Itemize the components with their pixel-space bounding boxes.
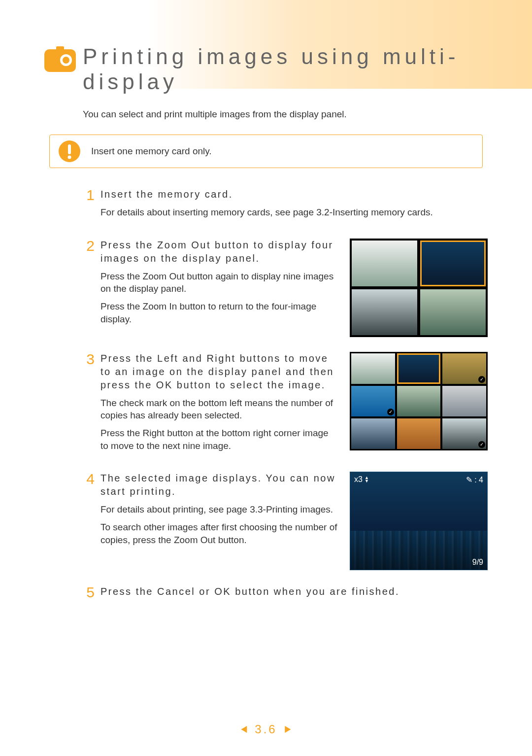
step-detail: To search other images after first choos…: [100, 521, 338, 546]
step-number: 4: [83, 472, 95, 486]
warning-icon: [59, 140, 80, 162]
thumbnail: ✓: [351, 386, 395, 416]
step-detail: Press the Right button at the bottom rig…: [100, 427, 338, 452]
figure-nine-image-grid: ✓ ✓ ✓: [350, 352, 488, 450]
copies-label: x3: [354, 475, 363, 484]
thumbnail: ✓: [442, 418, 486, 449]
step-title: The selected image displays. You can now…: [100, 472, 338, 498]
step-detail: Press the Zoom In button to return to th…: [100, 300, 338, 325]
step-2: 2 Press the Zoom Out button to display f…: [83, 239, 488, 337]
svg-point-3: [63, 57, 69, 64]
step-detail: The check mark on the bottom left means …: [100, 397, 338, 422]
thumbnail: [397, 418, 441, 449]
intro-text: You can select and print multiple images…: [83, 109, 488, 120]
step-3: 3 Press the Left and Right buttons to mo…: [83, 352, 488, 457]
svg-marker-7: [241, 726, 247, 733]
step-number: 5: [83, 585, 95, 600]
page-title: Printing images using multi-display: [83, 44, 488, 94]
check-icon: ✓: [478, 376, 485, 383]
step-5: 5 Press the Cancel or OK button when you…: [83, 585, 488, 603]
image-position: 9/9: [472, 558, 483, 567]
page-number: 3.6: [240, 722, 292, 736]
step-detail: For details about inserting memory cards…: [100, 206, 488, 219]
print-count: : 4: [474, 476, 483, 484]
thumbnail: [351, 353, 395, 384]
arrow-right-icon: [283, 725, 292, 734]
svg-rect-5: [68, 144, 71, 154]
thumbnail: [397, 386, 441, 416]
steps-list: 1 Insert the memory card. For details ab…: [83, 188, 488, 603]
page-number-text: 3.6: [255, 722, 277, 736]
check-icon: ✓: [387, 409, 394, 415]
step-title: Press the Zoom Out button to display fou…: [100, 239, 338, 265]
thumbnail: [352, 289, 417, 335]
thumbnail: [352, 241, 417, 286]
step-4: 4 The selected image displays. You can n…: [83, 472, 488, 570]
step-number: 2: [83, 239, 95, 253]
thumbnail: ✓: [442, 353, 486, 384]
thumbnail-selected: [397, 353, 441, 384]
step-detail: For details about printing, see page 3.3…: [100, 503, 338, 516]
thumbnail: [442, 386, 486, 416]
step-title: Press the Left and Right buttons to move…: [100, 352, 338, 392]
print-icon: ✎: [466, 475, 472, 484]
step-title: Insert the memory card.: [100, 188, 488, 201]
warning-text: Insert one memory card only.: [91, 146, 468, 157]
figure-selected-image-preview: x3 ▲▼ ✎ : 4 9/9: [350, 472, 488, 570]
svg-point-6: [68, 156, 71, 159]
thumbnail: [351, 418, 395, 449]
updown-icon: ▲▼: [365, 476, 369, 483]
page-content: Printing images using multi-display You …: [0, 0, 532, 648]
check-icon: ✓: [478, 441, 485, 448]
svg-marker-8: [285, 726, 291, 733]
step-detail: Press the Zoom Out button again to displ…: [100, 270, 338, 295]
arrow-left-icon: [240, 725, 249, 734]
figure-four-image-grid: [350, 239, 488, 337]
step-number: 3: [83, 352, 95, 367]
step-title: Press the Cancel or OK button when you a…: [100, 585, 488, 598]
step-number: 1: [83, 188, 95, 203]
title-row: Printing images using multi-display: [44, 44, 488, 94]
warning-box: Insert one memory card only.: [49, 135, 483, 168]
step-1: 1 Insert the memory card. For details ab…: [83, 188, 488, 224]
thumbnail: [420, 289, 486, 335]
thumbnail-selected: [420, 241, 486, 286]
camera-icon: [44, 46, 76, 72]
